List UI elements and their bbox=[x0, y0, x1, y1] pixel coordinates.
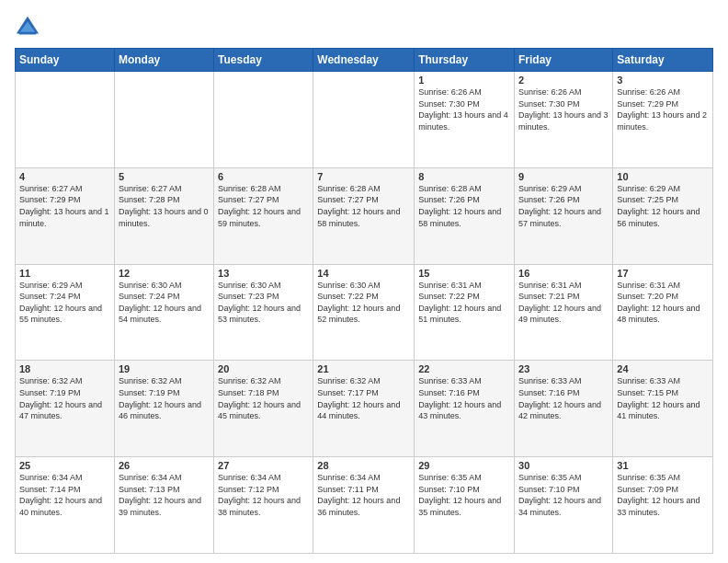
calendar: SundayMondayTuesdayWednesdayThursdayFrid… bbox=[15, 48, 713, 554]
day-info: Sunrise: 6:27 AM Sunset: 7:28 PM Dayligh… bbox=[119, 183, 210, 229]
day-number: 7 bbox=[317, 171, 410, 182]
day-cell: 20Sunrise: 6:32 AM Sunset: 7:18 PM Dayli… bbox=[214, 361, 313, 457]
day-info: Sunrise: 6:33 AM Sunset: 7:15 PM Dayligh… bbox=[617, 375, 709, 421]
day-info: Sunrise: 6:31 AM Sunset: 7:20 PM Dayligh… bbox=[617, 280, 709, 326]
day-number: 27 bbox=[218, 460, 309, 471]
day-info: Sunrise: 6:31 AM Sunset: 7:22 PM Dayligh… bbox=[418, 280, 510, 326]
day-number: 11 bbox=[19, 268, 110, 279]
day-cell: 21Sunrise: 6:32 AM Sunset: 7:17 PM Dayli… bbox=[313, 361, 415, 457]
day-info: Sunrise: 6:26 AM Sunset: 7:30 PM Dayligh… bbox=[418, 86, 510, 132]
day-cell: 22Sunrise: 6:33 AM Sunset: 7:16 PM Dayli… bbox=[415, 361, 515, 457]
day-cell: 25Sunrise: 6:34 AM Sunset: 7:14 PM Dayli… bbox=[16, 457, 115, 554]
weekday-header-row: SundayMondayTuesdayWednesdayThursdayFrid… bbox=[16, 49, 713, 72]
day-info: Sunrise: 6:34 AM Sunset: 7:14 PM Dayligh… bbox=[19, 472, 110, 518]
day-info: Sunrise: 6:28 AM Sunset: 7:27 PM Dayligh… bbox=[218, 183, 309, 229]
day-number: 4 bbox=[19, 171, 110, 182]
day-cell: 6Sunrise: 6:28 AM Sunset: 7:27 PM Daylig… bbox=[214, 167, 313, 264]
day-cell: 23Sunrise: 6:33 AM Sunset: 7:16 PM Dayli… bbox=[515, 361, 613, 457]
day-number: 12 bbox=[119, 268, 210, 279]
day-info: Sunrise: 6:31 AM Sunset: 7:21 PM Dayligh… bbox=[518, 280, 609, 326]
day-number: 29 bbox=[418, 460, 510, 471]
day-cell: 8Sunrise: 6:28 AM Sunset: 7:26 PM Daylig… bbox=[415, 167, 515, 264]
day-number: 14 bbox=[317, 268, 410, 279]
weekday-header-friday: Friday bbox=[515, 49, 613, 72]
day-number: 24 bbox=[617, 363, 709, 374]
day-cell: 13Sunrise: 6:30 AM Sunset: 7:23 PM Dayli… bbox=[214, 264, 313, 361]
day-info: Sunrise: 6:32 AM Sunset: 7:19 PM Dayligh… bbox=[19, 375, 110, 421]
day-number: 1 bbox=[418, 75, 510, 86]
logo bbox=[15, 15, 44, 40]
week-row-2: 4Sunrise: 6:27 AM Sunset: 7:29 PM Daylig… bbox=[16, 167, 713, 264]
day-cell: 11Sunrise: 6:29 AM Sunset: 7:24 PM Dayli… bbox=[16, 264, 115, 361]
day-info: Sunrise: 6:32 AM Sunset: 7:17 PM Dayligh… bbox=[317, 375, 410, 421]
week-row-4: 18Sunrise: 6:32 AM Sunset: 7:19 PM Dayli… bbox=[16, 361, 713, 457]
day-cell: 2Sunrise: 6:26 AM Sunset: 7:30 PM Daylig… bbox=[515, 72, 613, 168]
weekday-header-thursday: Thursday bbox=[415, 49, 515, 72]
page: SundayMondayTuesdayWednesdayThursdayFrid… bbox=[0, 0, 728, 563]
svg-rect-2 bbox=[19, 32, 37, 35]
day-cell: 7Sunrise: 6:28 AM Sunset: 7:27 PM Daylig… bbox=[313, 167, 415, 264]
week-row-3: 11Sunrise: 6:29 AM Sunset: 7:24 PM Dayli… bbox=[16, 264, 713, 361]
day-cell: 15Sunrise: 6:31 AM Sunset: 7:22 PM Dayli… bbox=[415, 264, 515, 361]
day-cell: 12Sunrise: 6:30 AM Sunset: 7:24 PM Dayli… bbox=[114, 264, 213, 361]
day-number: 8 bbox=[418, 171, 510, 182]
day-cell bbox=[114, 72, 213, 168]
weekday-header-sunday: Sunday bbox=[16, 49, 115, 72]
header bbox=[15, 15, 713, 40]
day-number: 10 bbox=[617, 171, 709, 182]
day-info: Sunrise: 6:32 AM Sunset: 7:19 PM Dayligh… bbox=[119, 375, 210, 421]
day-info: Sunrise: 6:26 AM Sunset: 7:29 PM Dayligh… bbox=[617, 86, 709, 132]
day-number: 22 bbox=[418, 363, 510, 374]
day-number: 6 bbox=[218, 171, 309, 182]
weekday-header-tuesday: Tuesday bbox=[214, 49, 313, 72]
day-info: Sunrise: 6:27 AM Sunset: 7:29 PM Dayligh… bbox=[19, 183, 110, 229]
day-info: Sunrise: 6:35 AM Sunset: 7:10 PM Dayligh… bbox=[418, 472, 510, 518]
day-info: Sunrise: 6:33 AM Sunset: 7:16 PM Dayligh… bbox=[418, 375, 510, 421]
day-info: Sunrise: 6:30 AM Sunset: 7:24 PM Dayligh… bbox=[119, 280, 210, 326]
day-info: Sunrise: 6:34 AM Sunset: 7:12 PM Dayligh… bbox=[218, 472, 309, 518]
day-cell: 9Sunrise: 6:29 AM Sunset: 7:26 PM Daylig… bbox=[515, 167, 613, 264]
weekday-header-monday: Monday bbox=[114, 49, 213, 72]
day-cell: 4Sunrise: 6:27 AM Sunset: 7:29 PM Daylig… bbox=[16, 167, 115, 264]
day-number: 16 bbox=[518, 268, 609, 279]
weekday-header-wednesday: Wednesday bbox=[313, 49, 415, 72]
day-cell bbox=[214, 72, 313, 168]
day-number: 2 bbox=[518, 75, 609, 86]
day-number: 18 bbox=[19, 363, 110, 374]
weekday-header-saturday: Saturday bbox=[613, 49, 713, 72]
day-number: 28 bbox=[317, 460, 410, 471]
day-info: Sunrise: 6:30 AM Sunset: 7:23 PM Dayligh… bbox=[218, 280, 309, 326]
day-number: 23 bbox=[518, 363, 609, 374]
day-cell: 17Sunrise: 6:31 AM Sunset: 7:20 PM Dayli… bbox=[613, 264, 713, 361]
day-cell: 27Sunrise: 6:34 AM Sunset: 7:12 PM Dayli… bbox=[214, 457, 313, 554]
day-info: Sunrise: 6:34 AM Sunset: 7:11 PM Dayligh… bbox=[317, 472, 410, 518]
day-cell: 31Sunrise: 6:35 AM Sunset: 7:09 PM Dayli… bbox=[613, 457, 713, 554]
day-cell: 26Sunrise: 6:34 AM Sunset: 7:13 PM Dayli… bbox=[114, 457, 213, 554]
week-row-5: 25Sunrise: 6:34 AM Sunset: 7:14 PM Dayli… bbox=[16, 457, 713, 554]
day-cell: 28Sunrise: 6:34 AM Sunset: 7:11 PM Dayli… bbox=[313, 457, 415, 554]
day-info: Sunrise: 6:29 AM Sunset: 7:25 PM Dayligh… bbox=[617, 183, 709, 229]
day-cell: 5Sunrise: 6:27 AM Sunset: 7:28 PM Daylig… bbox=[114, 167, 213, 264]
day-info: Sunrise: 6:30 AM Sunset: 7:22 PM Dayligh… bbox=[317, 280, 410, 326]
day-number: 15 bbox=[418, 268, 510, 279]
day-info: Sunrise: 6:29 AM Sunset: 7:26 PM Dayligh… bbox=[518, 183, 609, 229]
day-number: 20 bbox=[218, 363, 309, 374]
day-info: Sunrise: 6:35 AM Sunset: 7:09 PM Dayligh… bbox=[617, 472, 709, 518]
day-number: 3 bbox=[617, 75, 709, 86]
day-cell bbox=[16, 72, 115, 168]
day-number: 21 bbox=[317, 363, 410, 374]
day-cell: 24Sunrise: 6:33 AM Sunset: 7:15 PM Dayli… bbox=[613, 361, 713, 457]
day-info: Sunrise: 6:28 AM Sunset: 7:26 PM Dayligh… bbox=[418, 183, 510, 229]
day-cell: 30Sunrise: 6:35 AM Sunset: 7:10 PM Dayli… bbox=[515, 457, 613, 554]
week-row-1: 1Sunrise: 6:26 AM Sunset: 7:30 PM Daylig… bbox=[16, 72, 713, 168]
day-info: Sunrise: 6:33 AM Sunset: 7:16 PM Dayligh… bbox=[518, 375, 609, 421]
day-number: 19 bbox=[119, 363, 210, 374]
day-info: Sunrise: 6:34 AM Sunset: 7:13 PM Dayligh… bbox=[119, 472, 210, 518]
day-info: Sunrise: 6:29 AM Sunset: 7:24 PM Dayligh… bbox=[19, 280, 110, 326]
day-cell: 14Sunrise: 6:30 AM Sunset: 7:22 PM Dayli… bbox=[313, 264, 415, 361]
day-cell: 29Sunrise: 6:35 AM Sunset: 7:10 PM Dayli… bbox=[415, 457, 515, 554]
day-number: 31 bbox=[617, 460, 709, 471]
day-cell: 10Sunrise: 6:29 AM Sunset: 7:25 PM Dayli… bbox=[613, 167, 713, 264]
day-cell: 1Sunrise: 6:26 AM Sunset: 7:30 PM Daylig… bbox=[415, 72, 515, 168]
day-number: 30 bbox=[518, 460, 609, 471]
